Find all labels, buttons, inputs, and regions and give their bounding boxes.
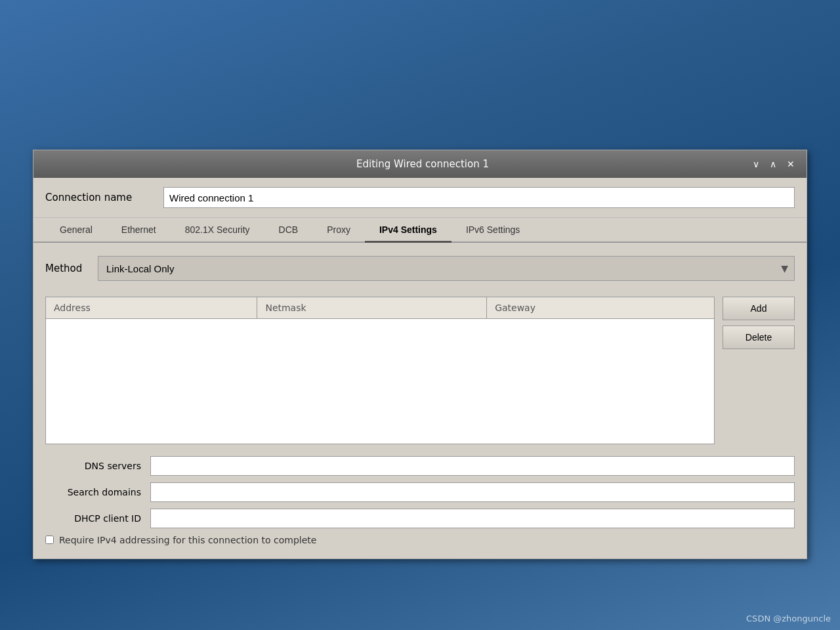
titlebar: Editing Wired connection 1 ∨ ∧ ✕ xyxy=(33,150,807,178)
dhcp-client-id-row: DHCP client ID xyxy=(45,509,795,528)
dns-servers-label: DNS servers xyxy=(45,461,150,471)
dialog-body: Connection name General Ethernet 802.1X … xyxy=(33,178,807,558)
tabs-bar: General Ethernet 802.1X Security DCB Pro… xyxy=(33,218,807,243)
search-domains-row: Search domains xyxy=(45,482,795,502)
dns-servers-input[interactable] xyxy=(150,456,795,476)
search-domains-input[interactable] xyxy=(150,482,795,502)
connection-name-row: Connection name xyxy=(33,178,807,218)
col-netmask: Netmask xyxy=(257,297,487,319)
tab-ipv6[interactable]: IPv6 Settings xyxy=(452,218,535,242)
dialog: Editing Wired connection 1 ∨ ∧ ✕ Connect… xyxy=(33,150,807,559)
method-label: Method xyxy=(45,262,98,274)
dialog-title: Editing Wired connection 1 xyxy=(95,158,750,170)
method-row: Method Automatic (DHCP) Automatic (DHCP)… xyxy=(45,256,795,281)
address-table: Address Netmask Gateway xyxy=(46,297,714,444)
address-table-wrapper: Address Netmask Gateway xyxy=(45,297,715,444)
watermark: CSDN @zhonguncle xyxy=(746,614,831,623)
maximize-button[interactable]: ∧ xyxy=(767,158,779,171)
delete-button[interactable]: Delete xyxy=(723,326,795,349)
search-domains-label: Search domains xyxy=(45,487,150,497)
connection-name-input[interactable] xyxy=(163,187,795,208)
add-button[interactable]: Add xyxy=(723,297,795,320)
address-table-section: Address Netmask Gateway xyxy=(45,297,795,444)
tab-security[interactable]: 802.1X Security xyxy=(171,218,264,242)
method-select[interactable]: Automatic (DHCP) Automatic (DHCP) addres… xyxy=(98,256,795,281)
col-address: Address xyxy=(46,297,257,319)
table-row-empty xyxy=(46,319,714,444)
connection-name-label: Connection name xyxy=(45,192,163,203)
tab-proxy[interactable]: Proxy xyxy=(312,218,365,242)
close-button[interactable]: ✕ xyxy=(784,158,797,171)
require-ipv4-label: Require IPv4 addressing for this connect… xyxy=(59,535,316,545)
tab-general[interactable]: General xyxy=(45,218,107,242)
tab-dcb[interactable]: DCB xyxy=(264,218,313,242)
tab-ethernet[interactable]: Ethernet xyxy=(107,218,171,242)
method-select-wrapper: Automatic (DHCP) Automatic (DHCP) addres… xyxy=(98,256,795,281)
minimize-button[interactable]: ∨ xyxy=(750,158,762,171)
tab-ipv4[interactable]: IPv4 Settings xyxy=(365,218,452,242)
dhcp-client-id-input[interactable] xyxy=(150,509,795,528)
dhcp-client-id-label: DHCP client ID xyxy=(45,513,150,524)
dns-servers-row: DNS servers xyxy=(45,456,795,476)
require-ipv4-checkbox[interactable] xyxy=(45,536,54,544)
ipv4-tab-content: Method Automatic (DHCP) Automatic (DHCP)… xyxy=(33,243,807,558)
col-gateway: Gateway xyxy=(487,297,714,319)
address-buttons: Add Delete xyxy=(723,297,795,444)
titlebar-controls: ∨ ∧ ✕ xyxy=(750,158,797,171)
require-ipv4-row: Require IPv4 addressing for this connect… xyxy=(45,535,795,545)
